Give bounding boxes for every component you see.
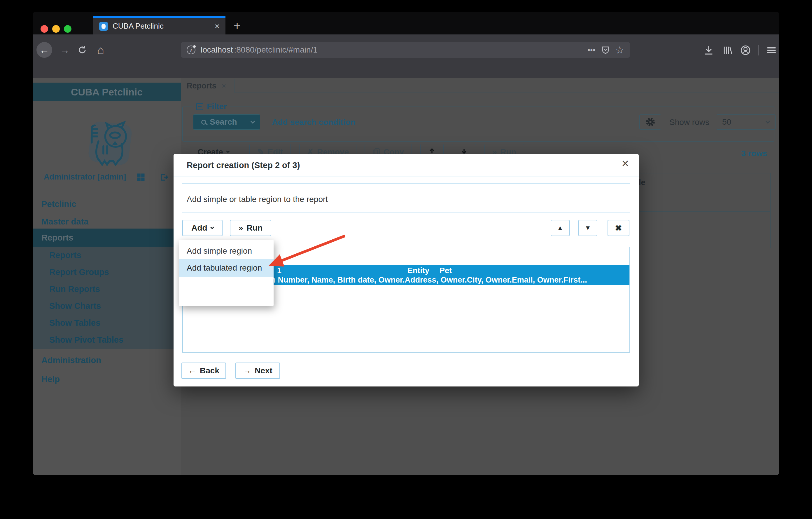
close-window-button[interactable] bbox=[40, 25, 48, 33]
table-row[interactable] bbox=[639, 230, 770, 248]
logout-icon[interactable] bbox=[160, 173, 169, 182]
filter-panel: Filter Search Add search condition bbox=[182, 107, 774, 142]
move-region-down-button[interactable]: ▼ bbox=[578, 220, 597, 236]
nav-back-button[interactable]: ← bbox=[36, 42, 52, 58]
sidebar-item-report-groups[interactable]: Report Groups bbox=[33, 264, 181, 280]
home-icon: ⌂ bbox=[97, 44, 104, 57]
wizard-back-button[interactable]: ← Back bbox=[181, 362, 226, 379]
sidebar-item-show-pivot-tables[interactable]: Show Pivot Tables bbox=[33, 331, 181, 348]
filter-settings-button[interactable] bbox=[639, 114, 661, 130]
reports-table-fragment: le bbox=[639, 173, 771, 248]
nav-forward-button[interactable]: → bbox=[57, 42, 72, 58]
region-entity-label: Entity bbox=[407, 266, 429, 275]
url-host: localhost bbox=[201, 45, 233, 55]
sidebar-item-master-data[interactable]: Master data bbox=[33, 213, 181, 230]
sidebar-item-show-charts[interactable]: Show Charts bbox=[33, 297, 181, 315]
rows-per-page-value: 50 bbox=[722, 117, 731, 127]
delete-x-icon: ✖ bbox=[615, 223, 622, 233]
browser-tab[interactable]: CUBA Petclinic × bbox=[93, 16, 226, 34]
gear-icon bbox=[645, 117, 656, 127]
zoom-window-button[interactable] bbox=[64, 25, 71, 33]
table-header-fragment: le bbox=[639, 173, 770, 192]
back-icon: ← bbox=[39, 44, 49, 56]
toolbar-separator bbox=[758, 45, 759, 55]
next-arrow-icon: → bbox=[243, 366, 251, 375]
chevron-down-icon bbox=[765, 119, 770, 124]
move-region-up-button[interactable]: ▲ bbox=[551, 220, 570, 236]
sidebar-item-petclinic[interactable]: Petclinic bbox=[33, 195, 181, 213]
nav-refresh-button[interactable] bbox=[75, 42, 90, 58]
nav-home-button[interactable]: ⌂ bbox=[93, 42, 109, 58]
workspace-tab-reports[interactable]: Reports × bbox=[187, 79, 235, 93]
collapse-icon[interactable] bbox=[196, 103, 203, 110]
library-icon bbox=[722, 45, 732, 55]
library-button[interactable] bbox=[721, 44, 734, 57]
remove-region-button[interactable]: ✖ bbox=[608, 220, 630, 236]
site-info-icon[interactable]: i bbox=[187, 46, 196, 54]
show-rows-label: Show rows bbox=[669, 118, 709, 127]
new-tab-button[interactable]: + bbox=[230, 19, 244, 33]
search-button-label: Search bbox=[210, 117, 237, 127]
reports-submenu: Reports Report Groups Run Reports Show C… bbox=[33, 247, 181, 349]
workspace-tab-close-icon[interactable]: × bbox=[222, 81, 226, 90]
user-session-row: Administrator [admin] bbox=[33, 169, 181, 185]
app-grid-icon[interactable] bbox=[137, 173, 145, 182]
downloads-button[interactable] bbox=[702, 44, 715, 57]
dialog-header-divider bbox=[174, 176, 639, 177]
wizard-next-label: Next bbox=[255, 366, 272, 375]
hamburger-icon bbox=[767, 47, 776, 49]
account-button[interactable] bbox=[739, 44, 752, 57]
rows-per-page-select[interactable]: 50 bbox=[716, 114, 776, 130]
browser-tab-title: CUBA Petclinic bbox=[113, 22, 210, 31]
download-icon bbox=[704, 45, 714, 55]
region-entity-value: Pet bbox=[439, 266, 452, 275]
down-triangle-icon: ▼ bbox=[585, 224, 591, 232]
menu-button[interactable] bbox=[767, 44, 779, 57]
wizard-back-label: Back bbox=[200, 366, 219, 375]
workspace-tabline bbox=[235, 92, 779, 93]
sidebar-item-help[interactable]: Help bbox=[33, 371, 181, 388]
sidebar: CUBA Petclinic Administrator [admin] bbox=[33, 78, 181, 475]
table-row[interactable] bbox=[639, 212, 770, 230]
back-arrow-icon: ← bbox=[188, 366, 196, 375]
pocket-shield-icon[interactable] bbox=[601, 45, 610, 55]
sidebar-item-reports[interactable]: Reports bbox=[33, 228, 181, 247]
account-icon bbox=[740, 45, 751, 55]
wizard-next-button[interactable]: → Next bbox=[235, 362, 280, 379]
dialog-divider bbox=[182, 213, 630, 213]
dialog-divider bbox=[182, 183, 630, 184]
sidebar-item-administration[interactable]: Administration bbox=[33, 351, 181, 369]
table-row[interactable] bbox=[639, 192, 770, 212]
workspace-tab-label: Reports bbox=[187, 81, 216, 90]
sidebar-item-show-tables[interactable]: Show Tables bbox=[33, 315, 181, 331]
dialog-description: Add simple or table region to the report bbox=[187, 191, 328, 207]
current-user-label[interactable]: Administrator [admin] bbox=[44, 172, 126, 182]
up-triangle-icon: ▲ bbox=[557, 224, 563, 232]
tab-close-icon[interactable]: × bbox=[214, 22, 220, 31]
filter-legend[interactable]: Filter bbox=[193, 102, 230, 111]
annotation-arrow bbox=[163, 222, 368, 286]
chevron-down-icon bbox=[226, 149, 230, 153]
sidebar-item-reports-browser[interactable]: Reports bbox=[33, 247, 181, 264]
sidebar-item-run-reports[interactable]: Run Reports bbox=[33, 280, 181, 297]
minimize-window-button[interactable] bbox=[52, 25, 60, 33]
petclinic-cat-logo bbox=[77, 116, 138, 177]
url-bar[interactable]: i localhost :8080/petclinic/#main/1 ••• … bbox=[181, 42, 630, 58]
search-icon bbox=[201, 120, 206, 125]
search-options-button[interactable] bbox=[245, 115, 260, 129]
browser-navbar: ← → ⌂ i localhost :8080/petclinic/#main/… bbox=[33, 34, 779, 78]
filter-legend-label: Filter bbox=[207, 102, 227, 111]
url-path: :8080/petclinic/#main/1 bbox=[234, 45, 318, 55]
browser-titlebar: CUBA Petclinic × + bbox=[33, 12, 779, 34]
rows-count-label: 3 rows bbox=[709, 149, 767, 158]
add-search-condition-link[interactable]: Add search condition bbox=[272, 118, 355, 127]
site-favicon-icon bbox=[99, 22, 108, 31]
app-title: CUBA Petclinic bbox=[33, 83, 181, 101]
dialog-close-icon[interactable]: × bbox=[621, 157, 629, 170]
search-split-button[interactable]: Search bbox=[193, 114, 260, 130]
dialog-title: Report creation (Step 2 of 3) bbox=[187, 154, 300, 176]
refresh-icon bbox=[77, 45, 87, 55]
bookmark-star-icon[interactable]: ☆ bbox=[615, 44, 624, 56]
chevron-down-icon bbox=[250, 119, 255, 124]
page-actions-icon[interactable]: ••• bbox=[587, 46, 595, 55]
